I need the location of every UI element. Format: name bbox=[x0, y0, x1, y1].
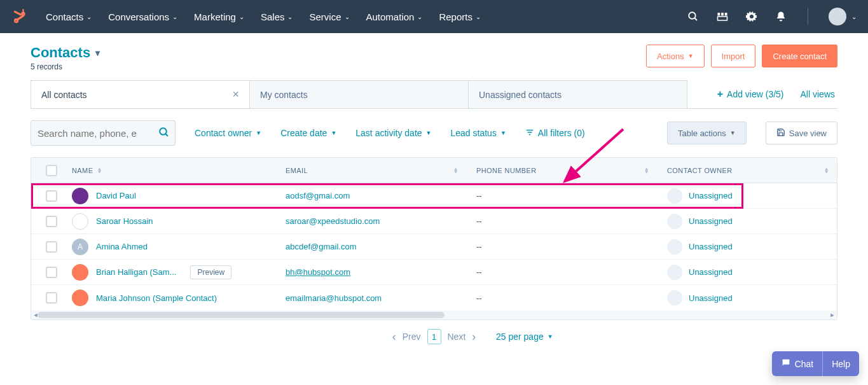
nav-reports[interactable]: Reports⌄ bbox=[439, 11, 481, 22]
tab-my-contacts[interactable]: My contacts bbox=[249, 80, 469, 108]
select-all-checkbox[interactable] bbox=[46, 165, 57, 176]
row-checkbox[interactable] bbox=[46, 216, 57, 227]
chat-button[interactable]: Chat bbox=[772, 351, 823, 376]
page-number[interactable]: 1 bbox=[427, 329, 441, 344]
gear-icon[interactable] bbox=[745, 10, 758, 23]
filter-last-activity[interactable]: Last activity date▼ bbox=[355, 128, 431, 138]
per-page-dropdown[interactable]: 25 per page ▼ bbox=[496, 332, 553, 342]
contact-name-link[interactable]: Saroar Hossain bbox=[96, 216, 153, 226]
contact-owner-link[interactable]: Unassigned bbox=[689, 293, 733, 303]
contact-email-link[interactable]: abcdef@gmail.com bbox=[286, 242, 356, 251]
tab-label: Unassigned contacts bbox=[479, 90, 561, 100]
actions-button[interactable]: Actions▼ bbox=[646, 45, 705, 67]
next-button[interactable]: Next bbox=[448, 332, 466, 342]
contacts-table: NAME▲▼ EMAIL▲▼ PHONE NUMBER▲▼ CONTACT OW… bbox=[31, 157, 837, 320]
nav-conversations[interactable]: Conversations⌄ bbox=[108, 11, 177, 22]
add-view-link[interactable]: + Add view (3/5) bbox=[717, 88, 784, 100]
scrollbar-thumb[interactable] bbox=[38, 312, 444, 318]
plus-icon: + bbox=[717, 88, 723, 100]
table-actions-button[interactable]: Table actions▼ bbox=[667, 122, 747, 144]
contact-owner-link[interactable]: Unassigned bbox=[689, 267, 733, 277]
contact-email-link[interactable]: aodsf@gmai.com bbox=[286, 191, 350, 200]
table-row[interactable]: Saroar Hossain saroar@xpeedstudio.com --… bbox=[31, 209, 837, 234]
contact-avatar bbox=[72, 188, 88, 204]
svg-point-2 bbox=[689, 12, 696, 19]
save-icon bbox=[776, 128, 785, 139]
filter-create-date[interactable]: Create date▼ bbox=[280, 128, 336, 138]
contact-owner-link[interactable]: Unassigned bbox=[689, 191, 733, 200]
nav-service[interactable]: Service⌄ bbox=[309, 11, 349, 22]
tab-all-contacts[interactable]: All contacts × bbox=[31, 80, 250, 108]
help-button[interactable]: Help bbox=[822, 351, 859, 376]
nav-marketing[interactable]: Marketing⌄ bbox=[194, 11, 244, 22]
scroll-right-icon[interactable]: ► bbox=[828, 311, 837, 319]
search-input-wrapper[interactable] bbox=[31, 120, 176, 146]
contact-owner-link[interactable]: Unassigned bbox=[689, 216, 733, 226]
marketplace-icon[interactable] bbox=[716, 10, 729, 23]
column-owner[interactable]: CONTACT OWNER▲▼ bbox=[667, 167, 837, 174]
contact-email-link[interactable]: emailmaria@hubspot.com bbox=[286, 293, 382, 303]
filter-contact-owner[interactable]: Contact owner▼ bbox=[195, 128, 261, 138]
nav-automation[interactable]: Automation⌄ bbox=[366, 11, 423, 22]
table-row[interactable]: A Amina Ahmed abcdef@gmail.com -- Unassi… bbox=[31, 234, 837, 260]
owner-avatar bbox=[667, 188, 682, 204]
contact-name-link[interactable]: Brian Halligan (Sam... bbox=[96, 267, 176, 277]
tab-unassigned-contacts[interactable]: Unassigned contacts bbox=[468, 80, 687, 108]
table-row[interactable]: David Paul aodsf@gmai.com -- Unassigned bbox=[31, 183, 837, 209]
all-views-link[interactable]: All views bbox=[801, 89, 835, 99]
search-input[interactable] bbox=[38, 128, 158, 139]
primary-nav: Contacts⌄ Conversations⌄ Marketing⌄ Sale… bbox=[46, 11, 687, 22]
record-count: 5 records bbox=[31, 62, 646, 71]
contact-name-link[interactable]: David Paul bbox=[96, 191, 136, 200]
next-icon[interactable]: › bbox=[472, 330, 476, 344]
contact-email-link[interactable]: saroar@xpeedstudio.com bbox=[286, 216, 380, 226]
owner-avatar bbox=[667, 239, 682, 255]
contact-email-link[interactable]: bh@hubspot.com bbox=[286, 267, 350, 277]
tab-label: My contacts bbox=[260, 90, 308, 100]
contact-owner-link[interactable]: Unassigned bbox=[689, 242, 733, 251]
column-name[interactable]: NAME▲▼ bbox=[72, 167, 286, 174]
nav-contacts[interactable]: Contacts⌄ bbox=[46, 11, 92, 22]
save-view-button[interactable]: Save view bbox=[766, 122, 837, 144]
preview-button[interactable]: Preview bbox=[190, 265, 231, 279]
bell-icon[interactable] bbox=[775, 10, 787, 23]
contact-name-link[interactable]: Amina Ahmed bbox=[96, 242, 148, 251]
contact-avatar: A bbox=[72, 239, 88, 255]
row-checkbox[interactable] bbox=[46, 190, 57, 202]
search-icon[interactable] bbox=[687, 10, 699, 23]
chat-icon bbox=[781, 358, 791, 370]
prev-icon[interactable]: ‹ bbox=[392, 330, 396, 344]
column-phone[interactable]: PHONE NUMBER▲▼ bbox=[476, 167, 667, 174]
account-menu[interactable]: ⌄ bbox=[829, 8, 857, 25]
filter-lead-status[interactable]: Lead status▼ bbox=[451, 128, 506, 138]
chevron-down-icon: ⌄ bbox=[345, 13, 350, 20]
contact-phone: -- bbox=[476, 267, 667, 277]
all-filters-link[interactable]: All filters (0) bbox=[525, 128, 585, 139]
topbar-utilities: ⌄ bbox=[687, 8, 857, 25]
create-contact-button[interactable]: Create contact bbox=[762, 45, 837, 67]
table-row[interactable]: Brian Halligan (Sam... Preview bh@hubspo… bbox=[31, 260, 837, 285]
svg-line-3 bbox=[694, 18, 697, 20]
close-icon[interactable]: × bbox=[232, 88, 239, 101]
owner-avatar bbox=[667, 214, 682, 229]
help-widget: Chat Help bbox=[772, 351, 859, 376]
prev-button[interactable]: Prev bbox=[403, 332, 421, 342]
owner-avatar bbox=[667, 290, 682, 305]
contact-name-link[interactable]: Maria Johnson (Sample Contact) bbox=[96, 293, 217, 303]
table-header: NAME▲▼ EMAIL▲▼ PHONE NUMBER▲▼ CONTACT OW… bbox=[31, 158, 837, 183]
svg-line-9 bbox=[165, 134, 168, 136]
svg-rect-6 bbox=[725, 13, 727, 16]
import-button[interactable]: Import bbox=[711, 45, 756, 67]
row-checkbox[interactable] bbox=[46, 267, 57, 278]
nav-sales[interactable]: Sales⌄ bbox=[261, 11, 293, 22]
horizontal-scrollbar[interactable]: ◄ ► bbox=[31, 311, 837, 319]
column-email[interactable]: EMAIL▲▼ bbox=[286, 167, 476, 174]
page-title[interactable]: Contacts ▾ bbox=[31, 45, 646, 61]
hubspot-logo-icon[interactable] bbox=[11, 8, 28, 25]
row-checkbox[interactable] bbox=[46, 292, 57, 304]
svg-rect-4 bbox=[718, 13, 720, 16]
row-checkbox[interactable] bbox=[46, 241, 57, 253]
table-row[interactable]: Maria Johnson (Sample Contact) emailmari… bbox=[31, 285, 837, 311]
search-icon[interactable] bbox=[158, 127, 170, 140]
chevron-down-icon: ⌄ bbox=[476, 13, 481, 20]
